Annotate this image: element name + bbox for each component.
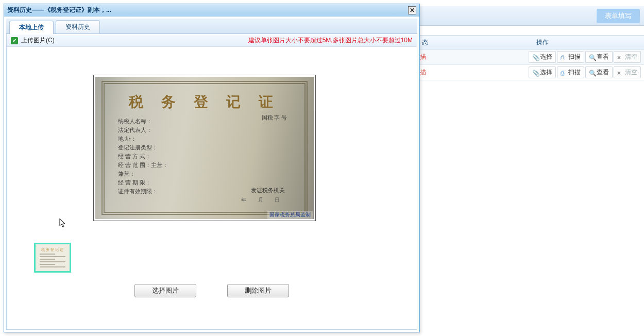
close-button[interactable]: ✕ <box>408 6 416 14</box>
upload-hint: 建议单张图片大小不要超过5M,多张图片总大小不要超过10M <box>248 36 413 45</box>
certificate-title: 税 务 登 记 证 <box>95 92 314 112</box>
scan-button[interactable]: ⎙扫描 <box>557 51 584 63</box>
check-icon: ✔ <box>11 37 18 44</box>
upload-label[interactable]: 上传图片(C) <box>21 36 55 45</box>
upload-bar: ✔ 上传图片(C) 建议单张图片大小不要超过5M,多张图片总大小不要超过10M <box>7 35 417 47</box>
status-badge: 描 <box>420 68 440 77</box>
select-button[interactable]: 📎选择 <box>529 66 556 78</box>
search-icon: 🔍 <box>589 70 595 76</box>
tab-history[interactable]: 资料历史 <box>56 20 100 33</box>
status-badge: 描 <box>420 53 440 61</box>
upload-dialog: 资料历史——《税务登记证》副本，... ✕ 本地上传 资料历史 ✔ 上传图片(C… <box>4 4 420 332</box>
certificate-image: 税 务 登 记 证 国税 字 号 纳税人名称： 法定代表人： 地 址： 登记注册… <box>95 77 314 219</box>
preview-area: 税 务 登 记 证 国税 字 号 纳税人名称： 法定代表人： 地 址： 登记注册… <box>7 47 417 304</box>
dialog-body: 本地上传 资料历史 ✔ 上传图片(C) 建议单张图片大小不要超过5M,多张图片总… <box>6 19 417 330</box>
col-ops: 操作 <box>440 38 644 47</box>
choose-image-button[interactable]: 选择图片 <box>134 284 196 297</box>
close-icon: ✕ <box>410 7 415 14</box>
table-row: 描 📎选择 ⎙扫描 🔍查看 ×清空 <box>420 65 644 80</box>
scanner-icon: ⎙ <box>561 54 567 60</box>
search-icon: 🔍 <box>589 54 595 60</box>
cert-date: 年 月 日 <box>241 196 285 204</box>
background-toolbar: 表单填写 <box>420 6 644 26</box>
cert-stamp: 国家税务总局监制 <box>267 211 313 219</box>
view-button[interactable]: 🔍查看 <box>585 51 613 63</box>
dialog-titlebar[interactable]: 资料历史——《税务登记证》副本，... ✕ <box>4 4 419 16</box>
thumb-placeholder-lines <box>40 254 65 269</box>
col-status: 态 <box>420 38 440 47</box>
attach-icon: 📎 <box>532 70 538 76</box>
tab-bar: 本地上传 资料历史 <box>6 19 417 34</box>
cert-fields: 纳税人名称： 法定代表人： 地 址： 登记注册类型： 经 营 方 式： 经 营 … <box>118 117 291 196</box>
tab-local-upload[interactable]: 本地上传 <box>9 21 54 34</box>
thumb-mini-title: 税务登记证 <box>36 247 70 253</box>
clear-button[interactable]: ×清空 <box>614 51 641 63</box>
scan-button[interactable]: ⎙扫描 <box>557 66 584 78</box>
close-icon: × <box>617 70 623 76</box>
table-row: 描 📎选择 ⎙扫描 🔍查看 ×清空 <box>420 49 644 65</box>
thumbnail-selected[interactable]: 税务登记证 <box>34 243 71 273</box>
cursor-icon <box>59 218 66 228</box>
dialog-button-row: 选择图片 删除图片 <box>7 284 417 299</box>
clear-button[interactable]: ×清空 <box>614 66 641 78</box>
close-icon: × <box>617 54 623 60</box>
cert-issuer: 发证税务机关 <box>251 187 285 194</box>
select-button[interactable]: 📎选择 <box>529 51 556 63</box>
bg-table-header: 态 操作 <box>420 35 644 49</box>
image-preview[interactable]: 税 务 登 记 证 国税 字 号 纳税人名称： 法定代表人： 地 址： 登记注册… <box>93 75 316 221</box>
dialog-title: 资料历史——《税务登记证》副本，... <box>7 6 111 14</box>
attach-icon: 📎 <box>532 54 538 60</box>
scanner-icon: ⎙ <box>561 70 567 76</box>
view-button[interactable]: 🔍查看 <box>585 66 613 78</box>
form-fill-button[interactable]: 表单填写 <box>597 9 640 23</box>
delete-image-button[interactable]: 删除图片 <box>227 284 289 297</box>
